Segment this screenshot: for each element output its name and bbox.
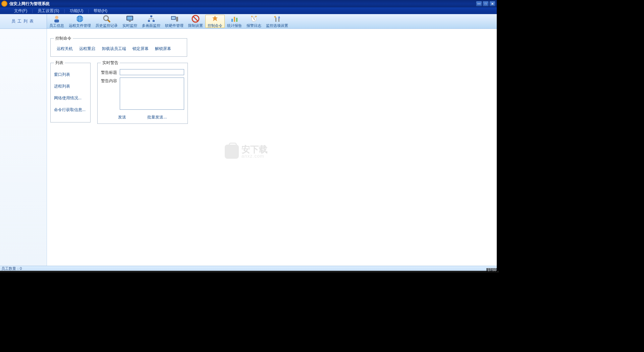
main-window: 信安上网行为管理系统 — □ ✕ 文件(F) | 员工设置(S) | 功能(U)… — [0, 0, 497, 271]
svg-rect-24 — [275, 17, 276, 22]
globe-icon — [76, 15, 84, 23]
tool-alarm-log[interactable]: 报警日志 — [244, 15, 264, 28]
watermark-icon — [225, 145, 239, 159]
link-window-list[interactable]: 窗口列表 — [54, 72, 87, 78]
cmd-remote-restart[interactable]: 远程重启 — [76, 45, 98, 53]
svg-rect-25 — [278, 18, 279, 22]
svg-point-23 — [255, 16, 257, 17]
control-command-legend: 控制命令 — [54, 36, 73, 41]
monitor-icon — [126, 15, 134, 23]
tool-restrict-settings[interactable]: 限制设置 — [186, 15, 205, 28]
titlebar: 信安上网行为管理系统 — □ ✕ — [0, 0, 497, 7]
menu-function[interactable]: 功能(U) — [68, 7, 85, 14]
svg-rect-10 — [148, 20, 150, 22]
toolbar-buttons: 员工信息 远程文件管理 历史监控记录 实时监控 多画面监控 软硬件管理 — [47, 14, 290, 29]
svg-rect-1 — [54, 19, 59, 22]
alert-title-input[interactable] — [120, 69, 184, 75]
tool-monitor-options[interactable]: 监控选项设置 — [264, 15, 290, 28]
alert-legend: 实时警告 — [101, 60, 120, 66]
tools-icon — [273, 15, 281, 23]
link-cmdline-info[interactable]: 命令行获取信息... — [54, 107, 87, 113]
svg-rect-13 — [172, 17, 175, 19]
batch-send-button[interactable]: 批量发送... — [147, 114, 167, 120]
minimize-button[interactable]: — — [476, 1, 482, 6]
statusbar: 员工数量：0 — [0, 266, 497, 271]
tool-control-command[interactable]: 控制命令 — [205, 15, 225, 28]
svg-rect-8 — [129, 21, 131, 22]
svg-rect-19 — [236, 18, 237, 22]
content-pane: 控制命令 远程关机 远程重启 卸载该员工端 锁定屏幕 解锁屏幕 列表 窗口列表 … — [47, 29, 497, 266]
tool-realtime-monitor[interactable]: 实时监控 — [120, 15, 140, 28]
svg-rect-9 — [150, 15, 152, 17]
alert-title-label: 警告标题 — [101, 69, 120, 76]
cmd-uninstall-client[interactable]: 卸载该员工端 — [99, 45, 129, 53]
list-group: 列表 窗口列表 进程列表 网络使用情况... 命令行获取信息... — [50, 60, 91, 122]
cmd-remote-shutdown[interactable]: 远程关机 — [54, 45, 75, 53]
send-button[interactable]: 发送 — [118, 114, 126, 120]
svg-point-0 — [55, 16, 58, 19]
tool-multi-screen[interactable]: 多画面监控 — [140, 15, 163, 28]
svg-rect-17 — [231, 19, 233, 22]
person-icon — [53, 15, 61, 23]
menubar: 文件(F) | 员工设置(S) | 功能(U) | 帮助(H) — [0, 7, 497, 14]
os-taskbar — [0, 271, 499, 272]
svg-rect-18 — [234, 17, 235, 22]
clock: 17:50 — [486, 268, 497, 272]
svg-rect-11 — [153, 20, 155, 22]
network-icon — [147, 15, 155, 23]
chart-icon — [230, 15, 238, 23]
svg-point-22 — [251, 16, 253, 17]
main-area: 控制命令 远程关机 远程重启 卸载该员工端 锁定屏幕 解锁屏幕 列表 窗口列表 … — [0, 29, 497, 266]
command-icon — [211, 15, 219, 23]
tool-employee-info[interactable]: 员工信息 — [47, 15, 66, 28]
cmd-lock-screen[interactable]: 锁定屏幕 — [130, 45, 151, 53]
watermark: 安下载 anxz.com — [225, 145, 268, 159]
alarm-icon — [250, 15, 258, 23]
svg-line-16 — [193, 16, 198, 21]
alert-content-label: 警告内容 — [101, 78, 120, 84]
window-title: 信安上网行为管理系统 — [9, 1, 476, 7]
svg-point-4 — [104, 16, 108, 20]
link-network-usage[interactable]: 网络使用情况... — [54, 95, 87, 101]
tool-stats-report[interactable]: 统计报告 — [225, 15, 244, 28]
menu-employee-settings[interactable]: 员工设置(S) — [36, 7, 60, 14]
window-buttons: — □ ✕ — [476, 1, 495, 6]
forbidden-icon — [192, 15, 200, 23]
svg-rect-14 — [176, 17, 178, 21]
computer-icon — [170, 15, 178, 23]
tool-history[interactable]: 历史监控记录 — [93, 15, 120, 28]
menu-file[interactable]: 文件(F) — [13, 7, 29, 14]
svg-line-5 — [108, 20, 110, 22]
svg-rect-7 — [127, 16, 132, 20]
menu-help[interactable]: 帮助(H) — [92, 7, 109, 14]
maximize-button[interactable]: □ — [483, 1, 489, 6]
control-command-group: 控制命令 远程关机 远程重启 卸载该员工端 锁定屏幕 解锁屏幕 — [50, 36, 187, 57]
magnifier-icon — [103, 15, 111, 23]
tool-remote-file[interactable]: 远程文件管理 — [66, 15, 93, 28]
cmd-unlock-screen[interactable]: 解锁屏幕 — [152, 45, 174, 53]
toolbar: 员工列表 员工信息 远程文件管理 历史监控记录 实时监控 多画面监控 — [0, 14, 497, 29]
list-legend: 列表 — [54, 60, 65, 66]
sidebar-tree[interactable] — [0, 29, 47, 266]
close-button[interactable]: ✕ — [489, 1, 495, 6]
alert-content-textarea[interactable] — [120, 78, 184, 110]
status-employee-count: 员工数量：0 — [1, 266, 22, 271]
tool-hw-sw-manage[interactable]: 软硬件管理 — [163, 15, 186, 28]
realtime-alert-group: 实时警告 警告标题 警告内容 发送 批量发送... — [97, 60, 188, 124]
link-process-list[interactable]: 进程列表 — [54, 84, 87, 89]
sidebar-header: 员工列表 — [0, 14, 47, 29]
app-logo-icon — [1, 1, 7, 7]
